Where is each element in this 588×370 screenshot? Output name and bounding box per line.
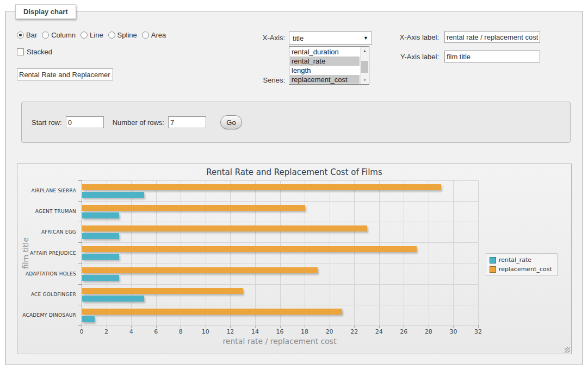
bar-replacement_cost-affair-prejudice[interactable] (82, 246, 417, 252)
radio-icon-bar[interactable] (17, 32, 24, 39)
radio-option-line[interactable]: Line (81, 31, 103, 39)
gridline-y-1 (82, 201, 478, 202)
bar-rental_rate-airplane-sierra[interactable] (82, 192, 144, 198)
x-tick-label-28: 28 (425, 328, 432, 335)
bar-rental_rate-african-egg[interactable] (82, 233, 119, 239)
bar-replacement_cost-ace-goldfinger[interactable] (82, 288, 243, 294)
series-option-rental_duration[interactable]: rental_duration (290, 47, 360, 57)
go-button[interactable]: Go (220, 115, 242, 129)
chart-title-input[interactable] (17, 68, 113, 80)
series-option-rental_rate[interactable]: rental_rate (290, 57, 360, 66)
x-tick-label-2: 2 (104, 328, 108, 335)
gridline-x-4 (131, 180, 132, 325)
series-listbox[interactable]: rental_durationrental_ratelengthreplacem… (289, 46, 369, 85)
x-axis-select-value: title (293, 34, 304, 42)
radio-icon-line[interactable] (81, 32, 88, 39)
gridline-y-3 (82, 242, 478, 243)
panel-legend: Display chart (15, 4, 76, 19)
x-axis-title: rental rate / replacement cost (222, 337, 336, 346)
bar-rental_rate-adaptation-holes[interactable] (82, 275, 119, 281)
x-tick-label-14: 14 (251, 328, 259, 335)
radio-icon-column[interactable] (42, 32, 49, 39)
x-tick-label-18: 18 (301, 328, 308, 335)
series-listbox-scrollbar[interactable]: ▲ ▼ (360, 47, 369, 84)
x-axis-label-input[interactable] (444, 31, 540, 43)
gridline-x-18 (305, 180, 305, 325)
x-tick-32 (478, 325, 479, 328)
radio-icon-area[interactable] (142, 32, 149, 39)
number-of-rows-label: Number of rows: (113, 118, 164, 127)
chart-legend: rental_ratereplacement_cost (486, 253, 558, 276)
x-tick-label-6: 6 (154, 328, 158, 335)
rows-panel: Start row: Number of rows: Go (21, 102, 571, 143)
x-axis-select[interactable]: title ▼ (289, 32, 372, 45)
stacked-checkbox[interactable] (17, 48, 24, 55)
y-axis-label-input[interactable] (444, 51, 540, 62)
gridline-y-6 (82, 305, 478, 305)
gridline-x-28 (429, 180, 429, 325)
gridline-x-12 (230, 180, 231, 325)
display-chart-panel: Display chart BarColumnLineSplineArea St… (5, 11, 583, 365)
scroll-down-icon[interactable]: ▼ (361, 76, 369, 84)
bar-replacement_cost-airplane-sierra[interactable] (82, 184, 441, 190)
bar-replacement_cost-agent-truman[interactable] (82, 205, 305, 211)
resize-handle-icon[interactable] (565, 347, 570, 353)
bar-replacement_cost-adaptation-holes[interactable] (82, 267, 318, 273)
radio-option-column[interactable]: Column (42, 31, 76, 39)
gridline-x-30 (453, 180, 454, 325)
number-of-rows-input[interactable] (168, 116, 206, 128)
chevron-down-icon: ▼ (363, 35, 368, 41)
x-tick-label-10: 10 (202, 328, 209, 335)
category-label: AGENT TRUMAN (18, 209, 76, 214)
x-tick-label-30: 30 (449, 328, 457, 335)
bar-rental_rate-affair-prejudice[interactable] (82, 254, 119, 260)
bar-replacement_cost-african-egg[interactable] (82, 225, 367, 231)
series-option-length[interactable]: length (290, 66, 360, 75)
series-option-replacement_cost[interactable]: replacement_cost (290, 75, 360, 84)
gridline-x-2 (107, 180, 107, 325)
scroll-up-icon[interactable]: ▲ (361, 47, 369, 55)
bar-replacement_cost-academy-dinosaur[interactable] (82, 309, 342, 315)
chart-title: Rental Rate and Replacement Cost of Film… (17, 167, 571, 177)
y-axis-line (82, 180, 82, 325)
gridline-x-10 (206, 180, 206, 325)
start-row-input[interactable] (66, 116, 104, 128)
x-tick-label-20: 20 (326, 328, 333, 335)
bar-rental_rate-ace-goldfinger[interactable] (82, 296, 144, 302)
plot-area: 02468101214161820222426283032AIRPLANE SI… (82, 180, 478, 325)
legend-label-replacement_cost: replacement_cost (499, 266, 552, 273)
x-axis-select-label: X-Axis: (244, 34, 285, 42)
gridline-x-20 (330, 180, 330, 325)
gridline-y-4 (82, 264, 478, 264)
category-label: ADAPTATION HOLES (18, 271, 76, 277)
x-tick-label-32: 32 (474, 328, 482, 335)
scrollbar-thumb[interactable] (361, 61, 368, 73)
x-axis-label-field-label: X-Axis label: (385, 33, 439, 41)
bar-rental_rate-agent-truman[interactable] (82, 212, 119, 218)
radio-label-spline: Spline (117, 31, 137, 39)
x-tick-label-12: 12 (226, 328, 234, 335)
legend-item-rental_rate[interactable]: rental_rate (490, 256, 552, 264)
stacked-row: Stacked (17, 48, 52, 56)
x-tick-label-16: 16 (276, 328, 284, 335)
category-label: ACADEMY DINOSAUR (18, 312, 76, 318)
gridline-y-7 (82, 325, 478, 326)
gridline-y-0 (82, 180, 478, 181)
gridline-x-22 (354, 180, 355, 325)
category-label: AIRPLANE SIERRA (18, 188, 76, 193)
category-label: AFRICAN EGG (18, 229, 76, 235)
x-tick-label-26: 26 (400, 328, 407, 335)
bar-rental_rate-academy-dinosaur[interactable] (82, 316, 95, 322)
gridline-x-16 (280, 180, 281, 325)
category-label: AFFAIR PREJUDICE (18, 250, 76, 256)
radio-icon-spline[interactable] (108, 32, 115, 39)
legend-item-replacement_cost[interactable]: replacement_cost (490, 266, 552, 273)
y-axis-label-field-label: Y-Axis label: (385, 53, 439, 61)
radio-option-area[interactable]: Area (142, 31, 166, 39)
radio-option-spline[interactable]: Spline (108, 31, 137, 39)
category-tick-7 (78, 325, 82, 326)
chart-type-radio-group: BarColumnLineSplineArea (17, 31, 171, 39)
category-label: ACE GOLDFINGER (18, 292, 76, 297)
radio-label-column: Column (51, 31, 76, 39)
radio-option-bar[interactable]: Bar (17, 31, 37, 39)
